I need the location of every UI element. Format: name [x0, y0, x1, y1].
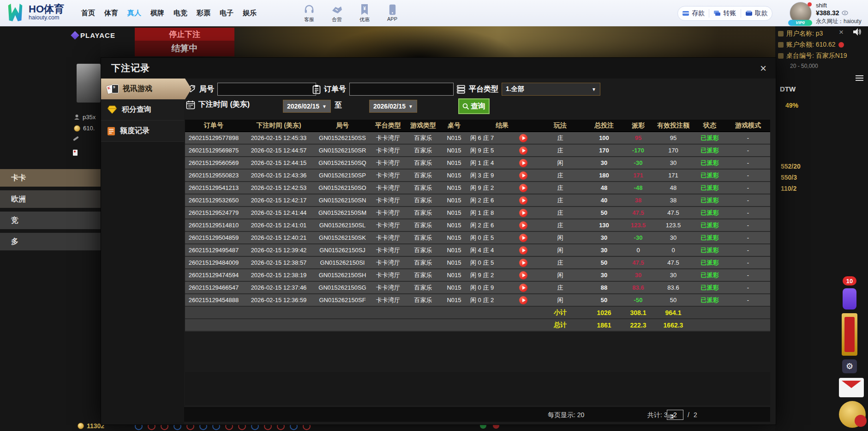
settings-button[interactable]: ⚙ [842, 359, 857, 373]
search-button[interactable]: 查询 [458, 98, 490, 114]
replay-button[interactable] [519, 296, 527, 304]
nav-item[interactable]: 电子 [220, 9, 233, 18]
lobby-menu-item[interactable]: 竞 [0, 212, 101, 229]
cell-mode: - [726, 134, 770, 141]
lobby-menu-item[interactable]: 卡卡 [0, 169, 101, 187]
headset-icon [299, 3, 319, 15]
replay-button[interactable] [519, 171, 527, 180]
replay-button[interactable] [519, 284, 527, 292]
replay-cell [511, 134, 536, 142]
cell-result: 闲 2 庄 6 [468, 196, 511, 205]
sidebar-item-quota-records[interactable]: 额度记录 [101, 121, 184, 142]
app-button[interactable]: APP [382, 3, 402, 23]
cell-game: 百家乐 [407, 196, 440, 205]
nav-item[interactable]: 娱乐 [243, 9, 257, 18]
sum-total: 1026 [585, 309, 623, 316]
cell-result: 闲 0 庄 9 [468, 284, 511, 292]
cell-game: 百家乐 [407, 259, 440, 267]
transfer-button[interactable]: 转账 [709, 9, 740, 18]
cell-status: 已派彩 [694, 284, 726, 292]
cell-valid: 50 [653, 297, 694, 304]
table-header-cell: 结果 [468, 121, 536, 130]
support-button[interactable]: 客服 [299, 3, 319, 23]
date-from-select[interactable]: 2026/02/15 ▼ [283, 100, 331, 113]
table-status-banner: 停止下注 结算中 [135, 28, 234, 56]
replay-button[interactable] [519, 196, 527, 205]
replay-button[interactable] [519, 159, 527, 167]
chevron-down-icon: ▼ [322, 104, 327, 109]
nav-item[interactable]: 电竞 [174, 9, 187, 18]
refresh-icon[interactable] [838, 42, 844, 48]
table-header-cell: 订单号 [185, 121, 242, 130]
partnership-button[interactable]: 合营 [327, 3, 347, 23]
percent-label: 49% [785, 102, 798, 109]
handshake-icon [327, 3, 347, 15]
date-to-select[interactable]: 2026/02/15 ▼ [369, 100, 417, 113]
document-icon [107, 127, 115, 136]
cell-mode: - [726, 247, 770, 254]
speaker-icon[interactable] [853, 28, 862, 36]
promotions-button[interactable]: ¥ 优惠 [354, 3, 375, 23]
round-input[interactable] [217, 83, 316, 96]
coin-icon [74, 125, 80, 132]
cell-total: 40 [585, 197, 623, 204]
ribbon-yen-icon: ¥ [354, 3, 375, 15]
close-table-icon[interactable]: × [839, 28, 844, 37]
menu-icon[interactable] [856, 74, 863, 82]
cell-payout: 38 [623, 197, 653, 204]
cell-result: 闲 4 庄 4 [468, 246, 511, 255]
replay-button[interactable] [519, 184, 527, 192]
replay-cell [511, 234, 536, 242]
replay-button[interactable] [519, 234, 527, 242]
user-avatar[interactable]: VIP0 [790, 2, 812, 25]
withdraw-button[interactable]: 取款 [741, 9, 772, 18]
nav-item[interactable]: 真人 [127, 9, 141, 18]
replay-button[interactable] [519, 146, 527, 155]
sidebar-item-live-games[interactable]: 视讯游戏 [101, 79, 198, 99]
cell-order: 260215129560569 [185, 159, 242, 166]
cell-mode: - [726, 234, 770, 241]
replay-button[interactable] [519, 259, 527, 267]
nav-item[interactable]: 首页 [81, 9, 95, 18]
cell-time: 2026-02-15 12:38:19 [242, 272, 315, 279]
table-row: 2602151295412132026-02-15 12:42:53GN0152… [185, 182, 770, 194]
bet-records-table: 订单号下注时间 (美东)局号平台类型游戏类型桌号结果玩法总投注派彩有效投注额状态… [185, 120, 770, 332]
lobby-menu-item[interactable]: 欧洲 [0, 190, 101, 208]
vertical-banner[interactable] [842, 313, 857, 356]
brand-domain: haiouty.com [29, 14, 64, 21]
brand[interactable]: HO体育 haiouty.com [6, 2, 64, 23]
replay-button[interactable] [519, 246, 527, 255]
cell-time: 2026-02-15 12:43:36 [242, 172, 315, 179]
lobby-menu-item[interactable]: 多 [0, 233, 101, 250]
sidebar-item-points-query[interactable]: 积分查询 [101, 99, 184, 121]
platform-select[interactable]: 1.全部 ▼ [502, 83, 600, 96]
replay-cell [511, 159, 536, 167]
eye-icon[interactable] [842, 11, 848, 15]
cell-platform: 卡卡湾厅 [370, 271, 407, 279]
cell-mode: - [726, 297, 770, 304]
cell-game: 百家乐 [407, 221, 440, 230]
pager: ◀◀ ◀ 2 / 2 ▶ ▶▶ [667, 409, 697, 420]
cell-payout: 83.6 [623, 284, 653, 291]
nav-item[interactable]: 体育 [104, 9, 118, 18]
last-page-button[interactable]: ▶▶ [667, 413, 673, 419]
cell-game: 百家乐 [407, 271, 440, 279]
cell-valid: 95 [653, 134, 694, 141]
balance-row: 610. [74, 125, 95, 132]
promo-button[interactable] [843, 288, 856, 310]
mail-icon[interactable] [839, 378, 864, 397]
deposit-button[interactable]: 存款 [678, 9, 709, 18]
cell-play: 庄 [536, 209, 585, 217]
nav-item[interactable]: 棋牌 [150, 9, 164, 18]
replay-button[interactable] [519, 134, 527, 142]
order-input[interactable] [349, 83, 454, 96]
bonus-widget[interactable] [839, 401, 866, 428]
cell-mode: - [726, 284, 770, 291]
nav-item[interactable]: 彩票 [197, 9, 210, 18]
replay-button[interactable] [519, 221, 527, 230]
sum-valid: 964.1 [653, 309, 694, 316]
replay-button[interactable] [519, 209, 527, 217]
replay-button[interactable] [519, 271, 527, 279]
close-icon[interactable]: × [760, 63, 766, 74]
cell-result: 闲 1 庄 4 [468, 159, 511, 167]
